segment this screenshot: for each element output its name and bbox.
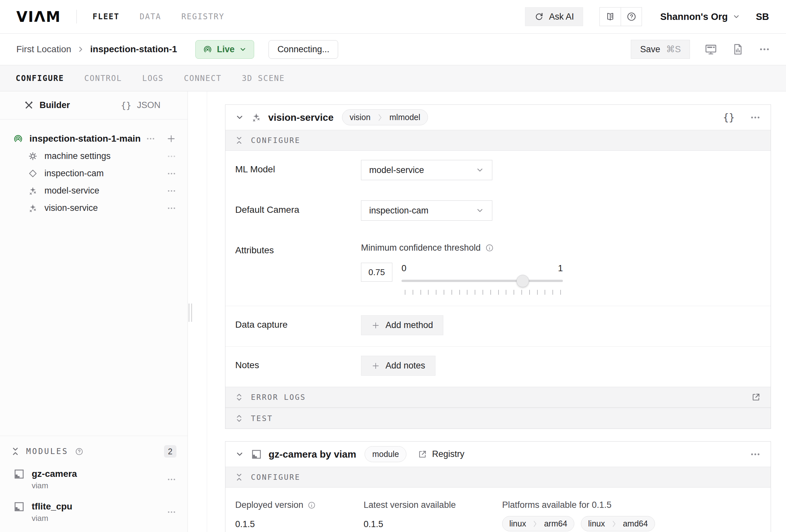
plus-icon [371,321,380,330]
module-icon [14,469,24,480]
add-method-button[interactable]: Add method [361,315,443,335]
tree-item-inspection-cam[interactable]: inspection-cam [0,165,187,182]
module-tag: module [365,446,407,462]
module-icon [14,501,24,512]
builder-mode-toggle[interactable]: Builder [0,91,94,119]
more-options-icon[interactable] [167,169,177,178]
more-options-icon[interactable] [167,186,177,196]
external-link-icon [417,450,427,459]
vision-service-card: vision-service vision mlmodel {} [225,104,771,429]
threshold-input[interactable]: 0.75 [361,263,392,282]
primary-nav: FLEET DATA REGISTRY [92,12,225,21]
gear-icon [28,151,38,161]
nav-data[interactable]: DATA [140,12,161,21]
tree-item-machine-settings[interactable]: machine settings [0,147,187,165]
platform-pill-linux-arm64: linux arm64 [502,516,574,531]
more-options-icon[interactable] [167,151,177,161]
configure-section-bar[interactable]: CONFIGURE [225,467,771,488]
org-switcher[interactable]: Shannon's Org [660,11,740,22]
info-icon[interactable] [307,501,316,509]
test-section-bar[interactable]: TEST [225,408,771,429]
more-options-icon[interactable] [750,449,761,460]
tab-connect[interactable]: CONNECT [184,74,222,83]
module-item-tflite-cpu[interactable]: tflite_cpu viam [11,501,177,523]
machine-header-bar: First Location inspection-station-1 Live… [0,33,786,65]
default-camera-label: Default Camera [235,200,361,221]
tab-3d-scene[interactable]: 3D SCENE [242,74,285,83]
json-mode-toggle[interactable]: {} JSON [94,91,187,119]
open-logs-external-icon[interactable] [751,392,761,402]
slider-ticks [405,290,561,295]
nav-fleet[interactable]: FLEET [92,12,119,21]
plus-icon [371,361,380,370]
json-braces-icon[interactable]: {} [723,112,735,123]
breadcrumb-chevron-icon [77,45,84,53]
modules-section: MODULES 2 gz- [0,436,187,532]
info-icon[interactable] [485,243,494,252]
more-options-icon[interactable] [146,134,156,144]
registry-link[interactable]: Registry [417,449,464,459]
broadcast-icon [203,45,212,54]
default-camera-select[interactable]: inspection-cam [361,200,492,221]
module-item-gz-camera[interactable]: gz-camera viam [11,469,177,490]
ml-model-select[interactable]: model-service [361,160,492,180]
service-sparkle-icon [28,186,38,195]
ml-model-row: ML Model model-service [225,151,771,191]
slider-thumb[interactable] [516,275,529,287]
user-avatar[interactable]: SB [756,11,769,22]
nav-divider [76,10,77,24]
expand-icon [235,414,243,423]
more-options-icon[interactable] [167,203,177,213]
service-sparkle-icon [28,203,38,213]
breadcrumb-location[interactable]: First Location [16,44,71,54]
threshold-label: Minimum confidence threshold [361,243,481,253]
slider-track[interactable] [401,280,563,282]
tree-item-model-service[interactable]: model-service [0,182,187,199]
braces-icon: {} [121,100,132,110]
error-logs-section-bar[interactable]: ERROR LOGS [225,387,771,408]
nav-registry[interactable]: REGISTRY [181,12,225,21]
monitor-icon[interactable] [704,43,717,56]
top-navigation: VIΛM FLEET DATA REGISTRY Ask AI [0,0,786,33]
ask-ai-icon [534,12,544,22]
service-type-tags: vision mlmodel [342,109,427,125]
data-capture-label: Data capture [235,315,361,335]
tree-item-vision-service[interactable]: vision-service [0,199,187,217]
card-title: vision-service [268,112,333,123]
configure-section-bar[interactable]: CONFIGURE [225,130,771,151]
collapse-card-icon[interactable] [235,113,244,122]
notes-label: Notes [235,356,361,376]
collapse-icon [235,473,243,482]
tree-item-machine-main[interactable]: inspection-station-1-main [0,130,187,147]
tab-logs[interactable]: LOGS [142,74,164,83]
expand-icon [235,393,243,402]
more-options-icon[interactable] [167,507,177,517]
log-document-icon[interactable] [732,43,744,55]
collapse-icon[interactable] [11,446,20,456]
slider-max-label: 1 [558,263,563,273]
default-camera-row: Default Camera inspection-cam [225,191,771,232]
docs-book-icon[interactable] [600,7,621,26]
more-options-icon[interactable] [759,43,770,55]
chevron-down-icon [733,13,740,21]
help-icon[interactable] [621,7,642,26]
add-component-icon[interactable] [166,134,177,144]
tab-control[interactable]: CONTROL [84,74,122,83]
ask-ai-button[interactable]: Ask AI [525,7,583,26]
sidebar-resize-handle[interactable] [188,304,192,322]
tag-chevron-icon [612,520,616,527]
modules-help-icon[interactable] [75,447,84,456]
tab-configure[interactable]: CONFIGURE [16,74,64,83]
add-notes-button[interactable]: Add notes [361,356,436,376]
save-button[interactable]: Save ⌘S [631,40,690,59]
attributes-row: Attributes Minimum confidence threshold … [225,232,771,306]
collapse-card-icon[interactable] [235,450,244,459]
more-options-icon[interactable] [750,112,761,123]
more-options-icon[interactable] [167,475,177,484]
save-shortcut: ⌘S [666,44,681,54]
machine-status-dropdown[interactable]: Live [195,40,254,59]
viam-logo[interactable]: VIΛM [16,8,61,25]
tag-chevron-icon [533,520,537,527]
connection-status-button[interactable]: Connecting... [269,40,338,59]
modules-title: MODULES [26,447,68,456]
